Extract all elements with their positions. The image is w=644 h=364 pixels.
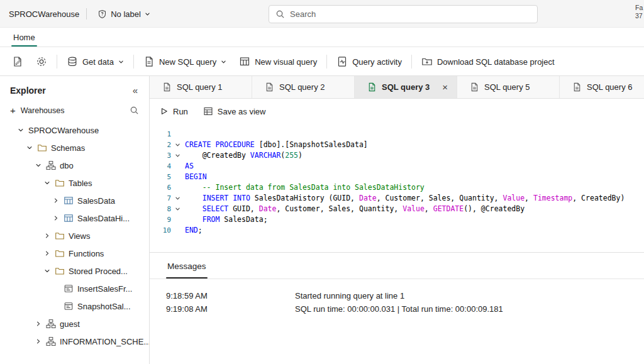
line-number: 10 bbox=[150, 225, 171, 236]
query-activity-button[interactable]: Query activity bbox=[331, 52, 408, 72]
workspace-name[interactable]: SPROCWarehouse bbox=[9, 9, 79, 19]
search-input[interactable] bbox=[290, 9, 531, 19]
new-visual-query-button[interactable]: New visual query bbox=[233, 52, 323, 72]
code-line[interactable]: 9 FROM SalesData; bbox=[150, 214, 644, 225]
tree-item-dbo[interactable]: dbo bbox=[0, 157, 149, 174]
query-tab-sql-query-1[interactable]: SQL query 1 bbox=[150, 76, 252, 98]
chevron-right-icon[interactable] bbox=[35, 321, 42, 328]
code-line[interactable]: 4AS bbox=[150, 161, 644, 172]
tree-item-salesdatahi[interactable]: SalesDataHi... bbox=[0, 209, 149, 227]
chevron-right-icon[interactable] bbox=[53, 215, 60, 222]
tree-item-label: SnapshotSal... bbox=[77, 302, 131, 311]
chevron-right-icon[interactable] bbox=[44, 250, 51, 257]
new-visual-query-icon bbox=[239, 56, 250, 67]
code-text: -- Insert data from SalesData into Sales… bbox=[184, 182, 425, 193]
chevron-right-icon[interactable] bbox=[53, 197, 60, 204]
tree-item-label: Tables bbox=[69, 179, 92, 188]
tab-label: SQL query 3 bbox=[382, 82, 430, 92]
code-text: END; bbox=[184, 225, 203, 236]
folder-icon bbox=[55, 178, 65, 188]
folder-icon bbox=[37, 143, 47, 153]
line-number: 4 bbox=[150, 161, 171, 172]
tree-item-stored-proced[interactable]: Stored Proced... bbox=[0, 262, 149, 280]
sql-document-icon bbox=[367, 82, 377, 92]
chevron-right-icon[interactable] bbox=[35, 338, 42, 345]
tab-home[interactable]: Home bbox=[11, 28, 37, 47]
chevron-right-icon[interactable] bbox=[44, 233, 51, 240]
sensitivity-label-button[interactable]: No label bbox=[94, 7, 154, 21]
code-line[interactable]: 5BEGIN bbox=[150, 172, 644, 182]
messages-list: 9:18:59 AMStarted running query at line … bbox=[150, 279, 644, 316]
fold-chevron-icon[interactable] bbox=[171, 153, 184, 158]
tab-messages[interactable]: Messages bbox=[166, 262, 208, 279]
new-visual-query-label: New visual query bbox=[255, 57, 317, 67]
tree-item-salesdata[interactable]: SalesData bbox=[0, 192, 149, 209]
tree-item-label: InsertSalesFr... bbox=[77, 284, 132, 294]
explorer-search-icon[interactable] bbox=[130, 106, 139, 115]
line-number: 7 bbox=[150, 193, 171, 204]
search-bar[interactable] bbox=[269, 5, 538, 23]
query-activity-label: Query activity bbox=[352, 57, 402, 67]
tree-item-label: Functions bbox=[69, 249, 104, 258]
close-tab-icon[interactable]: × bbox=[440, 82, 450, 92]
chevron-down-icon bbox=[221, 59, 226, 65]
code-line[interactable]: 7 INSERT INTO SalesDataHistory (GUID, Da… bbox=[150, 193, 644, 204]
run-button[interactable]: Run bbox=[160, 107, 188, 116]
tree-item-information-sche[interactable]: INFORMATION_SCHE... bbox=[0, 333, 149, 350]
code-line[interactable]: 1 bbox=[150, 129, 644, 140]
new-item-button[interactable] bbox=[6, 52, 29, 72]
chevron-down-icon[interactable] bbox=[18, 127, 25, 134]
fold-chevron-icon[interactable] bbox=[171, 142, 184, 148]
tree-item-views[interactable]: Views bbox=[0, 227, 149, 245]
new-sql-query-button[interactable]: New SQL query bbox=[138, 52, 232, 72]
tree-item-functions[interactable]: Functions bbox=[0, 245, 149, 262]
tree-item-guest[interactable]: guest bbox=[0, 315, 149, 333]
shield-question-icon bbox=[97, 9, 107, 19]
table-icon bbox=[64, 196, 74, 206]
code-line[interactable]: 8 SELECT GUID, Date, Customer, Sales, Qu… bbox=[150, 204, 644, 214]
query-tab-sql-query-2[interactable]: SQL query 2 bbox=[252, 76, 355, 98]
tab-label: SQL query 5 bbox=[484, 82, 530, 92]
query-tab-sql-query-3[interactable]: SQL query 3× bbox=[355, 76, 457, 98]
add-warehouses-button[interactable]: + Warehouses bbox=[10, 106, 64, 115]
collapse-panel-icon[interactable]: « bbox=[131, 85, 139, 96]
get-data-icon bbox=[67, 56, 78, 67]
tree-item-schemas[interactable]: Schemas bbox=[0, 139, 149, 157]
tree-item-snapshotsal[interactable]: SnapshotSal... bbox=[0, 297, 149, 315]
trial-badge: Fa 37 bbox=[635, 4, 643, 20]
new-sql-query-icon bbox=[143, 56, 155, 67]
run-label: Run bbox=[173, 107, 188, 116]
fold-chevron-icon[interactable] bbox=[171, 206, 184, 212]
save-as-view-button[interactable]: Save as view bbox=[203, 106, 266, 116]
query-tab-sql-query-6[interactable]: SQL query 6 bbox=[560, 76, 644, 98]
query-tab-sql-query-5[interactable]: SQL query 5 bbox=[457, 76, 560, 98]
sproc-icon bbox=[64, 301, 74, 311]
tree-item-tables[interactable]: Tables bbox=[0, 174, 149, 192]
code-line[interactable]: 6 -- Insert data from SalesData into Sal… bbox=[150, 182, 644, 193]
divider bbox=[86, 8, 87, 19]
code-text: @CreatedBy VARCHAR(255) bbox=[184, 150, 303, 161]
chevron-down-icon[interactable] bbox=[44, 180, 51, 187]
warehouses-label: Warehouses bbox=[21, 106, 65, 115]
fold-chevron-icon[interactable] bbox=[171, 196, 184, 201]
new-item-icon bbox=[12, 56, 23, 67]
sql-code-editor[interactable]: 12CREATE PROCEDURE [dbo].[SnapshotSalesD… bbox=[150, 124, 644, 252]
download-project-icon bbox=[421, 56, 433, 67]
tree-item-label: INFORMATION_SCHE... bbox=[60, 337, 150, 346]
get-data-button[interactable]: Get data bbox=[61, 52, 130, 72]
download-project-button[interactable]: Download SQL database project bbox=[416, 52, 560, 72]
tree-item-insertsalesfr[interactable]: InsertSalesFr... bbox=[0, 280, 149, 297]
code-text: BEGIN bbox=[184, 172, 207, 182]
code-text: AS bbox=[184, 161, 194, 172]
settings-button[interactable] bbox=[30, 52, 53, 72]
chevron-down-icon[interactable] bbox=[44, 268, 51, 275]
tree-item-sprocwarehouse[interactable]: SPROCWarehouse bbox=[0, 121, 149, 139]
code-line[interactable]: 2CREATE PROCEDURE [dbo].[SnapshotSalesDa… bbox=[150, 140, 644, 150]
table-icon bbox=[64, 213, 74, 223]
code-line[interactable]: 10END; bbox=[150, 225, 644, 236]
line-number: 8 bbox=[150, 204, 171, 214]
code-line[interactable]: 3 @CreatedBy VARCHAR(255) bbox=[150, 150, 644, 161]
ribbon-tab-row: Home bbox=[0, 28, 644, 47]
chevron-down-icon[interactable] bbox=[35, 162, 42, 169]
chevron-down-icon[interactable] bbox=[26, 145, 33, 152]
